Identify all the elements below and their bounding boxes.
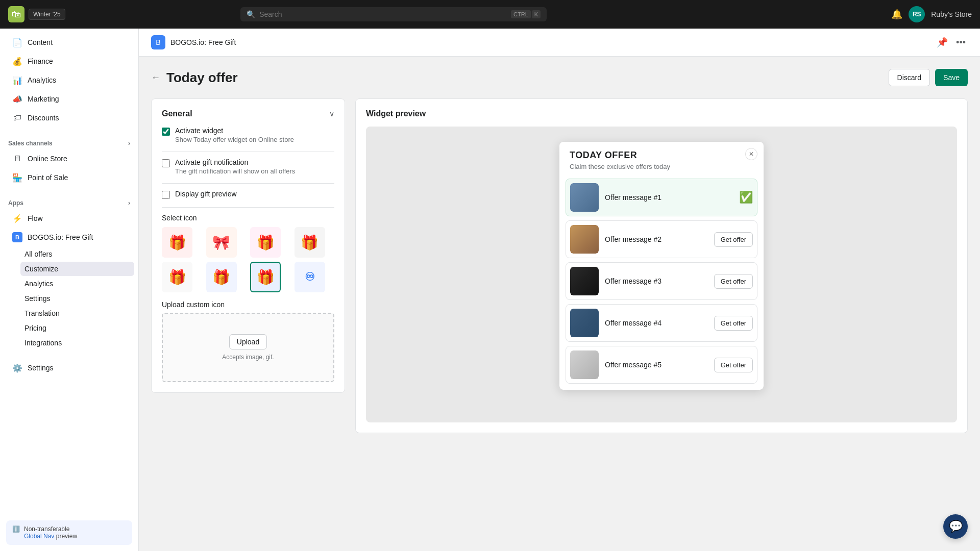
pos-icon: 🏪 <box>12 172 22 183</box>
sidebar-item-point-of-sale[interactable]: 🏪 Point of Sale <box>4 168 134 187</box>
bag-image <box>570 225 599 254</box>
widget-preview-title: Widget preview <box>366 109 957 118</box>
content-icon: 📄 <box>12 37 22 47</box>
settings-icon: ⚙️ <box>12 363 22 373</box>
divider-3 <box>162 207 334 208</box>
page-title-row: ← Today offer <box>151 70 238 86</box>
non-transferable-title: Non-transferable <box>24 525 77 533</box>
offer-item-1: Offer message #1 ✅ <box>566 179 757 216</box>
icon-option-5[interactable]: 🎁 <box>162 262 192 292</box>
sidebar-item-label: Marketing <box>28 95 59 103</box>
get-offer-button-5[interactable]: Get offer <box>714 358 753 372</box>
sidebar-item-discounts[interactable]: 🏷 Discounts <box>4 109 134 127</box>
analytics-icon: 📊 <box>12 75 22 85</box>
offer-message-2: Offer message #2 <box>605 235 708 243</box>
activate-widget-label: Activate widget <box>175 127 294 135</box>
bogos-icon: B <box>12 232 22 242</box>
nav-section: 📄 Content 💰 Finance 📊 Analytics 📣 Market… <box>0 29 138 132</box>
gift-notification-desc: The gift notification will show on all o… <box>175 167 295 175</box>
icon-option-7[interactable]: 🎁 <box>250 262 281 292</box>
sidebar-item-settings[interactable]: ⚙️ Settings <box>4 359 134 377</box>
icon-option-3[interactable]: 🎁 <box>250 227 281 258</box>
discounts-icon: 🏷 <box>12 113 22 123</box>
app-header: B BOGOS.io: Free Gift 📌 ••• <box>139 29 980 57</box>
offer-item-2: Offer message #2 Get offer <box>566 220 757 258</box>
widget-preview-card: Widget preview ✕ TODAY OFFER Claim these… <box>355 98 968 433</box>
page-header: ← Today offer Discard Save <box>151 69 968 86</box>
upload-icon-label: Upload custom icon <box>162 300 334 309</box>
sidebar-item-marketing[interactable]: 📣 Marketing <box>4 90 134 108</box>
widget-close-button[interactable]: ✕ <box>745 148 757 160</box>
two-col-layout: General ∨ Activate widget Show Today off… <box>151 98 968 433</box>
icon-option-4[interactable]: 🎁 <box>295 227 325 258</box>
pin-button[interactable]: 📌 <box>935 35 950 50</box>
sidebar-item-label: Discounts <box>28 114 59 122</box>
divider-2 <box>162 183 334 184</box>
layout: 📄 Content 💰 Finance 📊 Analytics 📣 Market… <box>0 29 980 551</box>
finance-icon: 💰 <box>12 56 22 66</box>
display-preview-checkbox[interactable] <box>162 191 170 199</box>
sidebar-item-label: Settings <box>28 364 54 372</box>
jeans-image-2 <box>570 309 599 337</box>
app-header-title: BOGOS.io: Free Gift <box>170 38 236 46</box>
sub-item-analytics[interactable]: Analytics <box>20 277 134 291</box>
get-offer-button-2[interactable]: Get offer <box>714 232 753 247</box>
icon-option-8[interactable]: ♾ <box>295 262 325 292</box>
gift-notification-row: Activate gift notification The gift noti… <box>162 158 334 175</box>
search-input[interactable] <box>259 10 507 18</box>
widget-header: ✕ TODAY OFFER Claim these exclusive offe… <box>559 142 764 174</box>
chat-icon: 💬 <box>949 520 963 533</box>
global-nav-link[interactable]: Global Nav <box>24 533 54 540</box>
sidebar-item-finance[interactable]: 💰 Finance <box>4 52 134 70</box>
get-offer-button-3[interactable]: Get offer <box>714 274 753 289</box>
divider-1 <box>162 152 334 152</box>
sub-item-translation[interactable]: Translation <box>20 306 134 320</box>
back-button[interactable]: ← <box>151 72 160 83</box>
widget-subtitle: Claim these exclusive offers today <box>570 163 753 170</box>
activate-widget-desc: Show Today offer widget on Online store <box>175 136 294 143</box>
gift-notification-checkbox[interactable] <box>162 159 170 167</box>
sales-channels-section: Sales channels › 🖥 Online Store 🏪 Point … <box>0 132 138 191</box>
get-offer-button-4[interactable]: Get offer <box>714 316 753 331</box>
notifications-icon[interactable]: 🔔 <box>891 9 902 20</box>
icon-option-1[interactable]: 🎁 <box>162 227 192 258</box>
panel-chevron-icon[interactable]: ∨ <box>329 110 334 118</box>
sidebar-item-flow[interactable]: ⚡ Flow <box>4 209 134 228</box>
sub-item-integrations[interactable]: Integrations <box>20 336 134 350</box>
sales-channels-expand-icon[interactable]: › <box>128 140 130 147</box>
apps-section: Apps › ⚡ Flow B BOGOS.io: Free Gift All … <box>0 191 138 355</box>
sidebar-footer: ℹ️ Non-transferable Global Nav preview <box>0 514 138 551</box>
offer-thumb-2 <box>570 225 599 254</box>
sub-item-settings[interactable]: Settings <box>20 291 134 306</box>
hat-image <box>570 350 599 379</box>
info-icon: ℹ️ <box>12 525 20 540</box>
activate-widget-checkbox[interactable] <box>162 128 170 136</box>
non-transferable-box: ℹ️ Non-transferable Global Nav preview <box>6 520 132 545</box>
offer-thumb-1 <box>570 183 599 212</box>
activate-widget-row: Activate widget Show Today offer widget … <box>162 127 334 143</box>
page-content: ← Today offer Discard Save General ∨ <box>139 57 980 551</box>
avatar[interactable]: RS <box>909 6 925 22</box>
sidebar-item-online-store[interactable]: 🖥 Online Store <box>4 149 134 168</box>
topbar-right: 🔔 RS Ruby's Store <box>891 6 972 22</box>
sub-item-pricing[interactable]: Pricing <box>20 321 134 335</box>
icon-option-2[interactable]: 🎀 <box>206 227 237 258</box>
icon-option-6[interactable]: 🎁 <box>206 262 237 292</box>
search-bar[interactable]: 🔍 CTRL K <box>240 7 547 21</box>
save-button[interactable]: Save <box>935 69 968 86</box>
apps-expand-icon[interactable]: › <box>128 199 130 207</box>
offer-message-5: Offer message #5 <box>605 361 708 369</box>
sidebar-item-label: Flow <box>28 214 43 222</box>
offer-item-5: Offer message #5 Get offer <box>566 346 757 384</box>
chat-button[interactable]: 💬 <box>943 514 968 539</box>
sub-item-all-offers[interactable]: All offers <box>20 247 134 261</box>
more-button[interactable]: ••• <box>954 35 968 50</box>
bogos-app-icon: B <box>151 35 165 49</box>
sidebar-item-content[interactable]: 📄 Content <box>4 33 134 52</box>
sub-item-customize[interactable]: Customize <box>20 262 134 276</box>
svg-text:🛍: 🛍 <box>12 9 21 19</box>
upload-button[interactable]: Upload <box>229 334 267 349</box>
discard-button[interactable]: Discard <box>889 69 930 86</box>
sidebar-item-bogos[interactable]: B BOGOS.io: Free Gift <box>4 228 134 246</box>
sidebar-item-analytics[interactable]: 📊 Analytics <box>4 71 134 89</box>
